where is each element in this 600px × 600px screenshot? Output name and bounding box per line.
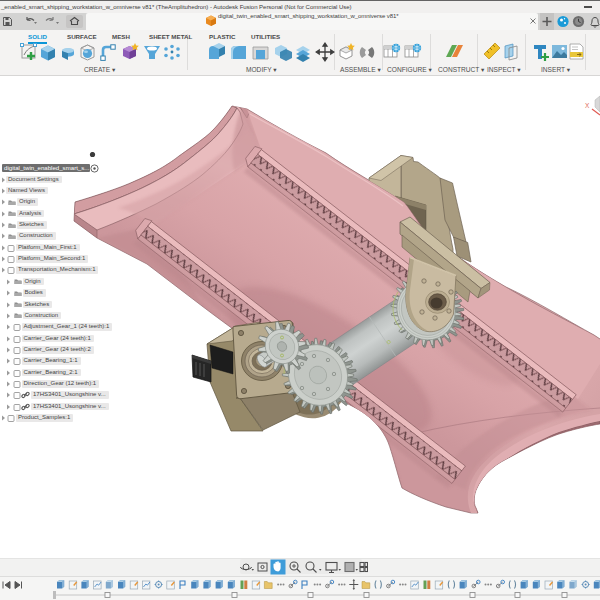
svg-text:X: X — [585, 102, 590, 109]
